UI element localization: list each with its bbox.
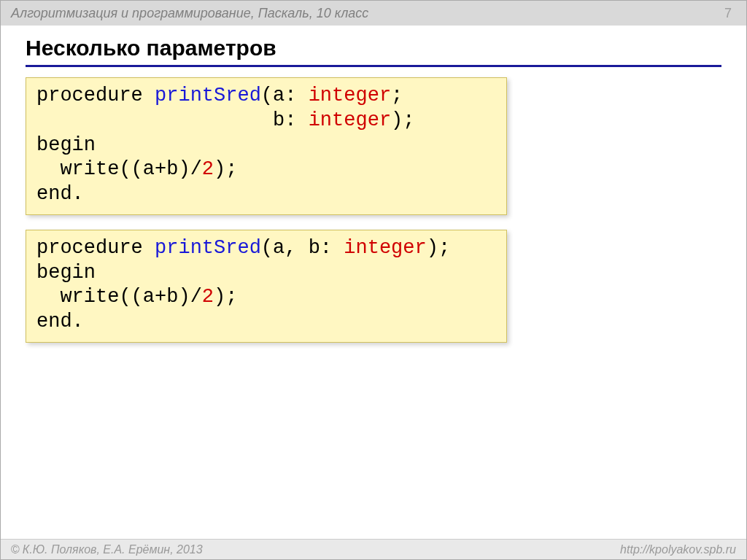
copyright-icon: © [11, 543, 20, 556]
code-token: ); [214, 286, 237, 308]
authors: К.Ю. Поляков, Е.А. Ерёмин, 2013 [23, 543, 203, 556]
code-token: printSred [155, 85, 261, 106]
code-token: b: [36, 109, 309, 131]
slide: Алгоритмизация и программирование, Паска… [0, 0, 747, 560]
code-token: (a: [261, 85, 309, 106]
header-bar: Алгоритмизация и программирование, Паска… [1, 1, 746, 26]
code-token: procedure [36, 85, 143, 106]
code-block-1: procedure printSred(a: integer; b: integ… [26, 77, 507, 215]
copyright: © К.Ю. Поляков, Е.А. Ерёмин, 2013 [11, 543, 203, 556]
code-token: 2 [202, 286, 214, 308]
code-token: end. [36, 183, 84, 205]
code-token: (a, b: [261, 237, 344, 259]
code-token: begin [36, 134, 96, 156]
slide-title: Несколько параметров [26, 36, 721, 67]
code-block-2: procedure printSred(a, b: integer); begi… [26, 230, 507, 343]
course-title: Алгоритмизация и программирование, Паска… [11, 6, 368, 21]
footer-bar: © К.Ю. Поляков, Е.А. Ерёмин, 2013 http:/… [1, 539, 746, 559]
content-area: Несколько параметров procedure printSred… [1, 26, 746, 539]
code-token [143, 85, 155, 106]
code-token: integer [344, 237, 426, 259]
code-token [143, 237, 155, 259]
code-token: printSred [155, 237, 261, 259]
code-token: ); [427, 237, 450, 259]
code-token: end. [36, 311, 84, 332]
page-number: 7 [724, 6, 736, 21]
code-token: 2 [202, 158, 214, 180]
footer-url: http://kpolyakov.spb.ru [620, 543, 736, 556]
code-token: ; [391, 85, 403, 106]
code-token: ); [214, 158, 237, 180]
code-token: integer [309, 85, 391, 106]
code-token: procedure [36, 237, 143, 259]
code-token: integer [309, 109, 391, 131]
code-token: ); [391, 109, 414, 131]
code-token: write((a+b)/ [36, 158, 202, 180]
code-token: write((a+b)/ [36, 286, 202, 308]
code-token: begin [36, 262, 96, 284]
